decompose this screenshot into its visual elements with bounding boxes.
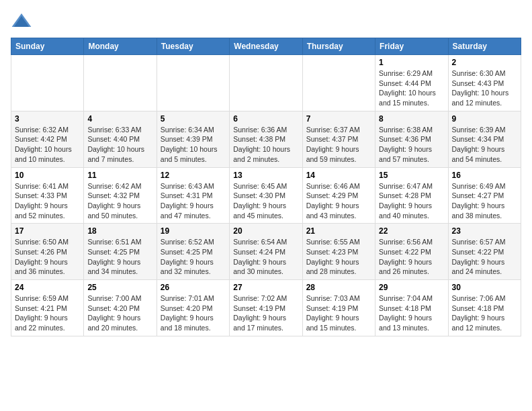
day-number: 19: [161, 226, 226, 236]
page-header: [11, 11, 521, 32]
day-header-friday: Friday: [375, 38, 448, 55]
day-info: Sunrise: 6:49 AM Sunset: 4:27 PM Dayligh…: [452, 181, 517, 221]
calendar-cell: 23Sunrise: 6:57 AM Sunset: 4:22 PM Dayli…: [448, 224, 521, 280]
day-number: 16: [452, 171, 517, 180]
calendar-cell: 13Sunrise: 6:45 AM Sunset: 4:30 PM Dayli…: [230, 167, 302, 224]
calendar-cell: [84, 55, 157, 111]
calendar-cell: [157, 55, 229, 111]
calendar-cell: 10Sunrise: 6:41 AM Sunset: 4:33 PM Dayli…: [11, 167, 84, 224]
day-number: 1: [379, 58, 444, 67]
calendar-cell: 3Sunrise: 6:32 AM Sunset: 4:42 PM Daylig…: [11, 111, 84, 167]
day-number: 28: [306, 283, 371, 292]
calendar-week-5: 24Sunrise: 6:59 AM Sunset: 4:21 PM Dayli…: [11, 280, 521, 336]
calendar-header-row: SundayMondayTuesdayWednesdayThursdayFrid…: [11, 38, 521, 55]
calendar-week-1: 1Sunrise: 6:29 AM Sunset: 4:44 PM Daylig…: [11, 55, 521, 111]
calendar-cell: 8Sunrise: 6:38 AM Sunset: 4:36 PM Daylig…: [375, 111, 448, 167]
calendar-cell: 26Sunrise: 7:01 AM Sunset: 4:20 PM Dayli…: [157, 280, 229, 336]
day-header-thursday: Thursday: [302, 38, 375, 55]
day-number: 20: [233, 226, 298, 236]
calendar-cell: 18Sunrise: 6:51 AM Sunset: 4:25 PM Dayli…: [84, 224, 157, 280]
calendar-cell: 2Sunrise: 6:30 AM Sunset: 4:43 PM Daylig…: [448, 55, 521, 111]
day-number: 11: [87, 171, 152, 180]
day-number: 7: [306, 114, 371, 124]
day-header-tuesday: Tuesday: [157, 38, 229, 55]
day-info: Sunrise: 6:54 AM Sunset: 4:24 PM Dayligh…: [233, 237, 298, 277]
day-number: 8: [379, 114, 444, 124]
day-number: 2: [452, 58, 517, 67]
day-number: 5: [161, 114, 226, 124]
calendar-cell: 5Sunrise: 6:34 AM Sunset: 4:39 PM Daylig…: [157, 111, 229, 167]
day-info: Sunrise: 6:33 AM Sunset: 4:40 PM Dayligh…: [87, 125, 152, 165]
day-info: Sunrise: 7:02 AM Sunset: 4:19 PM Dayligh…: [233, 293, 298, 333]
day-info: Sunrise: 6:52 AM Sunset: 4:25 PM Dayligh…: [161, 237, 226, 277]
day-info: Sunrise: 7:06 AM Sunset: 4:18 PM Dayligh…: [452, 293, 517, 333]
day-number: 4: [87, 114, 152, 124]
day-info: Sunrise: 6:41 AM Sunset: 4:33 PM Dayligh…: [15, 181, 80, 221]
day-number: 15: [379, 171, 444, 180]
day-header-sunday: Sunday: [11, 38, 84, 55]
day-number: 3: [15, 114, 80, 124]
calendar-cell: 27Sunrise: 7:02 AM Sunset: 4:19 PM Dayli…: [230, 280, 302, 336]
calendar-cell: 25Sunrise: 7:00 AM Sunset: 4:20 PM Dayli…: [84, 280, 157, 336]
day-info: Sunrise: 7:04 AM Sunset: 4:18 PM Dayligh…: [379, 293, 444, 333]
calendar-cell: 22Sunrise: 6:56 AM Sunset: 4:22 PM Dayli…: [375, 224, 448, 280]
calendar-cell: 1Sunrise: 6:29 AM Sunset: 4:44 PM Daylig…: [375, 55, 448, 111]
day-info: Sunrise: 6:29 AM Sunset: 4:44 PM Dayligh…: [379, 68, 444, 108]
logo-icon: [11, 11, 32, 32]
calendar-cell: 16Sunrise: 6:49 AM Sunset: 4:27 PM Dayli…: [448, 167, 521, 224]
calendar-week-2: 3Sunrise: 6:32 AM Sunset: 4:42 PM Daylig…: [11, 111, 521, 167]
calendar: SundayMondayTuesdayWednesdayThursdayFrid…: [11, 38, 521, 336]
calendar-cell: 15Sunrise: 6:47 AM Sunset: 4:28 PM Dayli…: [375, 167, 448, 224]
calendar-cell: [11, 55, 84, 111]
calendar-cell: 9Sunrise: 6:39 AM Sunset: 4:34 PM Daylig…: [448, 111, 521, 167]
calendar-cell: 12Sunrise: 6:43 AM Sunset: 4:31 PM Dayli…: [157, 167, 229, 224]
day-info: Sunrise: 6:34 AM Sunset: 4:39 PM Dayligh…: [161, 125, 226, 165]
day-number: 6: [233, 114, 298, 124]
calendar-cell: 24Sunrise: 6:59 AM Sunset: 4:21 PM Dayli…: [11, 280, 84, 336]
day-info: Sunrise: 6:38 AM Sunset: 4:36 PM Dayligh…: [379, 125, 444, 165]
calendar-cell: 4Sunrise: 6:33 AM Sunset: 4:40 PM Daylig…: [84, 111, 157, 167]
day-info: Sunrise: 6:51 AM Sunset: 4:25 PM Dayligh…: [87, 237, 152, 277]
day-number: 12: [161, 171, 226, 180]
calendar-cell: [302, 55, 375, 111]
day-info: Sunrise: 6:47 AM Sunset: 4:28 PM Dayligh…: [379, 181, 444, 221]
day-info: Sunrise: 6:39 AM Sunset: 4:34 PM Dayligh…: [452, 125, 517, 165]
day-number: 30: [452, 283, 517, 292]
day-info: Sunrise: 6:36 AM Sunset: 4:38 PM Dayligh…: [233, 125, 298, 165]
day-info: Sunrise: 7:01 AM Sunset: 4:20 PM Dayligh…: [161, 293, 226, 333]
calendar-cell: 17Sunrise: 6:50 AM Sunset: 4:26 PM Dayli…: [11, 224, 84, 280]
day-info: Sunrise: 6:50 AM Sunset: 4:26 PM Dayligh…: [15, 237, 80, 277]
day-info: Sunrise: 6:46 AM Sunset: 4:29 PM Dayligh…: [306, 181, 371, 221]
day-info: Sunrise: 7:00 AM Sunset: 4:20 PM Dayligh…: [87, 293, 152, 333]
calendar-cell: 21Sunrise: 6:55 AM Sunset: 4:23 PM Dayli…: [302, 224, 375, 280]
day-info: Sunrise: 6:37 AM Sunset: 4:37 PM Dayligh…: [306, 125, 371, 165]
calendar-cell: 6Sunrise: 6:36 AM Sunset: 4:38 PM Daylig…: [230, 111, 302, 167]
day-number: 18: [87, 226, 152, 236]
day-number: 27: [233, 283, 298, 292]
logo: [11, 11, 35, 32]
calendar-cell: 14Sunrise: 6:46 AM Sunset: 4:29 PM Dayli…: [302, 167, 375, 224]
calendar-cell: 30Sunrise: 7:06 AM Sunset: 4:18 PM Dayli…: [448, 280, 521, 336]
day-number: 24: [15, 283, 80, 292]
day-number: 10: [15, 171, 80, 180]
calendar-cell: 19Sunrise: 6:52 AM Sunset: 4:25 PM Dayli…: [157, 224, 229, 280]
day-number: 21: [306, 226, 371, 236]
day-info: Sunrise: 6:55 AM Sunset: 4:23 PM Dayligh…: [306, 237, 371, 277]
calendar-cell: 7Sunrise: 6:37 AM Sunset: 4:37 PM Daylig…: [302, 111, 375, 167]
day-number: 13: [233, 171, 298, 180]
day-number: 22: [379, 226, 444, 236]
day-info: Sunrise: 6:45 AM Sunset: 4:30 PM Dayligh…: [233, 181, 298, 221]
calendar-week-3: 10Sunrise: 6:41 AM Sunset: 4:33 PM Dayli…: [11, 167, 521, 224]
calendar-cell: 28Sunrise: 7:03 AM Sunset: 4:19 PM Dayli…: [302, 280, 375, 336]
day-number: 23: [452, 226, 517, 236]
day-info: Sunrise: 6:56 AM Sunset: 4:22 PM Dayligh…: [379, 237, 444, 277]
day-number: 14: [306, 171, 371, 180]
day-header-wednesday: Wednesday: [230, 38, 302, 55]
day-info: Sunrise: 7:03 AM Sunset: 4:19 PM Dayligh…: [306, 293, 371, 333]
day-number: 25: [87, 283, 152, 292]
day-number: 17: [15, 226, 80, 236]
day-number: 26: [161, 283, 226, 292]
day-info: Sunrise: 6:42 AM Sunset: 4:32 PM Dayligh…: [87, 181, 152, 221]
calendar-cell: 29Sunrise: 7:04 AM Sunset: 4:18 PM Dayli…: [375, 280, 448, 336]
calendar-cell: 11Sunrise: 6:42 AM Sunset: 4:32 PM Dayli…: [84, 167, 157, 224]
